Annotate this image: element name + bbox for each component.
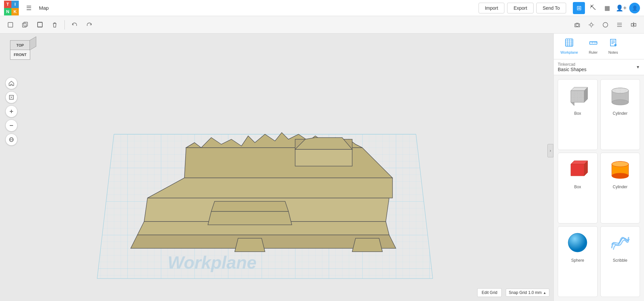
zoom-out-button[interactable] bbox=[5, 119, 17, 132]
build-icon[interactable]: ⛏ bbox=[587, 2, 599, 14]
undo-button[interactable] bbox=[68, 18, 81, 31]
collapse-panel-handle[interactable]: › bbox=[547, 144, 553, 157]
bottom-status: Edit Grid Snap Grid 1.0 mm ▲ bbox=[477, 288, 549, 297]
svg-rect-49 bbox=[590, 42, 597, 44]
svg-marker-41 bbox=[352, 238, 383, 252]
shape-item-cylinder-gray[interactable]: Cylinder bbox=[600, 79, 640, 150]
cylinder-orange-label: Cylinder bbox=[613, 185, 628, 189]
grid-view-icon[interactable]: ⊞ bbox=[573, 2, 585, 14]
flip-button[interactable] bbox=[627, 18, 640, 31]
add-user-icon[interactable]: 👤+ bbox=[615, 2, 627, 14]
toolbar bbox=[0, 16, 644, 34]
svg-point-88 bbox=[568, 233, 587, 252]
box-red-icon bbox=[564, 156, 591, 183]
snap-value-up[interactable]: ▲ bbox=[543, 291, 546, 295]
viewport[interactable]: TOP FRONT bbox=[0, 34, 553, 301]
logo-n: N bbox=[4, 8, 11, 15]
gallery-icon[interactable]: ▦ bbox=[601, 2, 613, 14]
main-area: TOP FRONT bbox=[0, 34, 644, 301]
box-gray-label: Box bbox=[574, 111, 581, 116]
sphere-label: Sphere bbox=[571, 258, 584, 263]
svg-marker-40 bbox=[235, 238, 265, 252]
tab-ruler[interactable]: Ruler bbox=[586, 37, 600, 56]
svg-rect-42 bbox=[565, 39, 573, 46]
svg-text:Workplane: Workplane bbox=[168, 253, 257, 272]
shapes-header: Tinkercad Basic Shapes ▼ bbox=[554, 59, 644, 75]
copy-button[interactable] bbox=[19, 18, 32, 31]
import-button[interactable]: Import bbox=[479, 3, 505, 13]
workplane-tab-label: Workplane bbox=[560, 50, 578, 54]
new-button[interactable] bbox=[4, 18, 17, 31]
dropdown-arrow-icon[interactable]: ▼ bbox=[636, 65, 640, 69]
zoom-in-button[interactable] bbox=[5, 105, 17, 117]
cylinder-gray-icon bbox=[607, 82, 634, 109]
snap-grid-label: Snap Grid bbox=[509, 290, 527, 295]
box-gray-icon bbox=[564, 82, 591, 109]
svg-marker-39 bbox=[211, 201, 289, 211]
orientation-cube[interactable]: TOP FRONT bbox=[7, 40, 34, 67]
cube-box: TOP FRONT bbox=[7, 40, 34, 67]
light-button[interactable] bbox=[585, 18, 598, 31]
svg-marker-63 bbox=[571, 91, 584, 102]
box-red-label: Box bbox=[574, 185, 581, 189]
tab-notes[interactable]: Notes bbox=[606, 37, 621, 56]
shape-item-box-gray[interactable]: Box bbox=[558, 79, 598, 150]
svg-rect-3 bbox=[38, 22, 42, 27]
shape-item-sphere[interactable]: Sphere bbox=[558, 226, 598, 297]
edit-grid-button[interactable]: Edit Grid bbox=[477, 288, 502, 297]
right-panel: Workplane Ruler bbox=[553, 34, 644, 301]
camera-button[interactable] bbox=[571, 18, 584, 31]
shape-item-cylinder-orange[interactable]: Cylinder bbox=[600, 153, 640, 223]
svg-rect-0 bbox=[8, 22, 13, 27]
svg-marker-38 bbox=[208, 211, 292, 225]
svg-marker-80 bbox=[571, 164, 584, 176]
home-view-button[interactable] bbox=[5, 77, 17, 89]
sphere-icon bbox=[564, 229, 591, 256]
scribble-icon bbox=[607, 229, 634, 256]
export-button[interactable]: Export bbox=[507, 3, 533, 13]
shape-item-box-red[interactable]: Box bbox=[558, 153, 598, 223]
svg-point-86 bbox=[612, 173, 629, 179]
shapes-category-info: Tinkercad Basic Shapes bbox=[558, 62, 587, 72]
shapes-category-label: Tinkercad bbox=[558, 62, 587, 67]
shape-item-scribble[interactable]: Scribble bbox=[600, 226, 640, 297]
svg-rect-2 bbox=[24, 22, 28, 26]
shape-mode-button[interactable] bbox=[599, 18, 612, 31]
snap-grid-control: Snap Grid 1.0 mm ▲ bbox=[506, 289, 549, 297]
user-icons: ⊞ ⛏ ▦ 👤+ 👤 bbox=[573, 2, 640, 14]
cylinder-orange-icon bbox=[607, 156, 634, 183]
delete-button[interactable] bbox=[48, 18, 61, 31]
sendto-button[interactable]: Send To bbox=[536, 3, 566, 13]
view-3d-button[interactable] bbox=[5, 134, 17, 146]
svg-marker-34 bbox=[185, 148, 393, 178]
view-tools bbox=[571, 18, 640, 31]
svg-marker-17 bbox=[634, 23, 636, 26]
logo-i: I bbox=[11, 1, 19, 8]
svg-marker-16 bbox=[631, 23, 633, 26]
paste-button[interactable] bbox=[34, 18, 46, 31]
panel-tabs: Workplane Ruler bbox=[554, 34, 644, 59]
align-button[interactable] bbox=[613, 18, 626, 31]
tab-workplane[interactable]: Workplane bbox=[558, 37, 581, 56]
ruler-tab-icon bbox=[589, 38, 598, 49]
cube-front-face: FRONT bbox=[10, 50, 30, 60]
avatar[interactable]: 👤 bbox=[629, 3, 640, 13]
topbar: T I N K ☰ Map Import Export Send To ⊞ ⛏ … bbox=[0, 0, 644, 16]
svg-marker-35 bbox=[295, 149, 352, 166]
redo-button[interactable] bbox=[83, 18, 96, 31]
svg-point-11 bbox=[603, 22, 608, 27]
snap-grid-value: 1.0 mm bbox=[528, 290, 542, 295]
svg-rect-4 bbox=[38, 22, 42, 27]
shapes-title-label: Basic Shapes bbox=[558, 67, 587, 72]
cylinder-gray-label: Cylinder bbox=[613, 111, 628, 116]
svg-point-87 bbox=[612, 161, 629, 167]
fit-view-button[interactable] bbox=[5, 91, 17, 103]
shapes-grid: Box bbox=[554, 75, 644, 301]
svg-marker-33 bbox=[148, 178, 393, 198]
logo-t: T bbox=[4, 1, 11, 8]
tinkercad-logo[interactable]: T I N K bbox=[4, 1, 19, 15]
menu-icon[interactable]: ☰ bbox=[23, 2, 35, 14]
svg-rect-1 bbox=[22, 23, 26, 27]
cube-top-face: TOP bbox=[10, 40, 30, 50]
svg-point-6 bbox=[590, 23, 593, 26]
